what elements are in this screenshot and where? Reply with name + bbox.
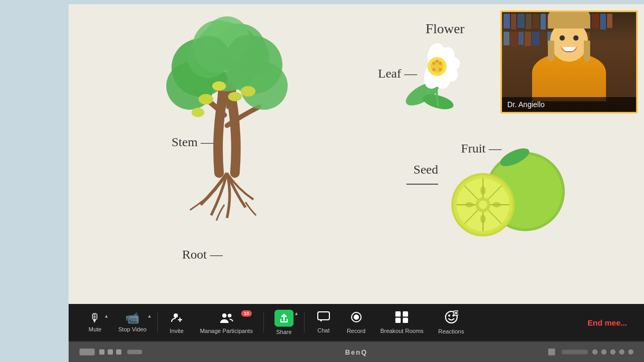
svg-rect-51	[318, 312, 329, 320]
manage-participants-button[interactable]: 10 Manage Participants	[193, 308, 260, 337]
divider-1	[157, 312, 158, 333]
monitor-left-controls	[79, 348, 143, 356]
manage-participants-label: Manage Participants	[200, 328, 253, 334]
share-caret[interactable]: ▲	[294, 311, 299, 316]
end-meeting-button[interactable]: End mee...	[581, 314, 633, 331]
record-button[interactable]: Record	[339, 308, 373, 337]
chat-label: Chat	[317, 327, 329, 334]
svg-point-42	[480, 186, 486, 195]
svg-point-44	[465, 202, 473, 207]
mute-button[interactable]: ▲ 🎙 Mute	[79, 309, 111, 336]
label-root: Root —	[182, 247, 223, 262]
invite-label: Invite	[169, 328, 183, 334]
fruit-illustration	[449, 141, 570, 242]
svg-point-25	[432, 62, 435, 65]
mic-icon: 🎙	[89, 312, 101, 324]
mute-caret[interactable]: ▲	[104, 313, 109, 319]
presenter-video: Dr. Angiello	[500, 11, 638, 113]
svg-rect-57	[403, 318, 408, 323]
breakout-icon	[395, 311, 409, 326]
svg-point-41	[479, 201, 487, 209]
svg-point-28	[432, 68, 435, 71]
svg-point-46	[174, 313, 178, 318]
flower-illustration	[385, 15, 491, 120]
label-stem: Stem —	[172, 135, 213, 149]
video-icon: 📹	[125, 312, 139, 324]
invite-button[interactable]: Invite	[161, 308, 193, 337]
svg-point-13	[228, 92, 242, 101]
svg-point-49	[222, 313, 226, 318]
seed-connector	[406, 184, 438, 185]
svg-rect-54	[395, 311, 401, 317]
breakout-rooms-button[interactable]: Breakout Rooms	[373, 308, 431, 337]
participants-badge: 10	[241, 310, 252, 317]
svg-point-9	[227, 35, 269, 77]
share-label: Share	[276, 329, 291, 335]
monitor-bottom-bar: BenQ	[69, 341, 644, 362]
stop-video-label: Stop Video	[118, 326, 147, 332]
chat-button[interactable]: Chat	[308, 308, 339, 337]
svg-point-43	[480, 215, 486, 223]
divider-2	[263, 312, 264, 333]
divider-3	[304, 312, 305, 333]
breakout-rooms-label: Breakout Rooms	[380, 328, 423, 334]
label-seed: Seed	[413, 163, 438, 177]
svg-rect-55	[403, 311, 408, 317]
tree-diagram	[143, 9, 311, 231]
svg-point-26	[439, 62, 442, 65]
monitor-brand-label: BenQ	[345, 348, 368, 356]
svg-point-8	[187, 36, 230, 78]
mute-label: Mute	[89, 326, 101, 332]
share-button[interactable]: ▲ Share	[267, 307, 301, 338]
zoom-toolbar: ▲ 🎙 Mute ▲ 📹 Stop Video Invite	[69, 304, 644, 341]
invite-icon	[171, 311, 183, 326]
svg-point-12	[212, 81, 226, 91]
svg-point-59	[448, 315, 450, 317]
reactions-icon	[444, 310, 458, 326]
monitor-right-controls	[548, 348, 633, 356]
presenter-name-label: Dr. Angiello	[502, 97, 636, 112]
svg-point-45	[493, 202, 501, 207]
record-icon	[350, 311, 363, 326]
svg-point-29	[439, 68, 442, 71]
share-icon	[274, 310, 293, 327]
participants-icon	[219, 311, 234, 326]
svg-rect-56	[395, 318, 401, 323]
svg-point-27	[435, 60, 439, 63]
video-caret[interactable]: ▲	[147, 313, 152, 319]
svg-point-53	[354, 315, 359, 320]
svg-point-50	[228, 313, 231, 317]
svg-point-10	[198, 94, 213, 104]
reactions-button[interactable]: Reactions	[431, 307, 471, 338]
stop-video-button[interactable]: ▲ 📹 Stop Video	[111, 309, 154, 336]
reactions-label: Reactions	[438, 328, 464, 335]
record-label: Record	[347, 328, 365, 334]
svg-point-14	[192, 108, 204, 117]
chat-icon	[317, 311, 330, 325]
monitor-screen: Flower Leaf — Stem — Root — Fruit — Seed	[69, 4, 644, 341]
svg-point-11	[241, 86, 255, 97]
